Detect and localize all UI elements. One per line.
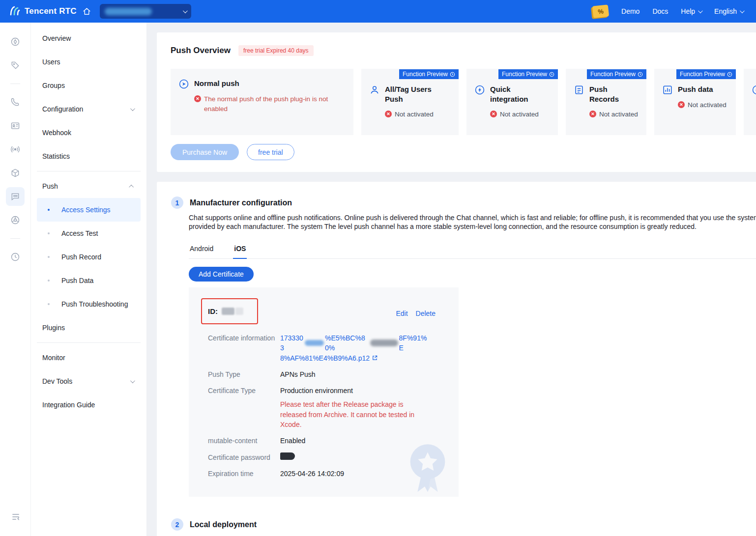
chevron-down-icon — [130, 106, 135, 111]
clock-badge-icon — [450, 72, 455, 77]
panel-status: Not activated — [500, 110, 539, 119]
tag-icon[interactable] — [6, 56, 25, 75]
sidebar-nav: Overview Users Groups Configuration Webh… — [31, 23, 147, 536]
rail-divider — [10, 84, 20, 84]
delete-link[interactable]: Delete — [416, 310, 436, 317]
xcode-warning-text: Please test after the Release package is… — [280, 399, 423, 429]
push-type-row: Push Type APNs Push — [201, 369, 447, 379]
sidebar-item-users[interactable]: Users — [31, 50, 146, 74]
dashboard-icon[interactable] — [6, 32, 25, 51]
bar-chart-icon — [662, 85, 673, 95]
coupon-icon[interactable]: % — [592, 4, 609, 18]
function-preview-ribbon[interactable]: Function Preview — [587, 69, 646, 79]
user-icon — [369, 85, 380, 95]
bullet-dot — [48, 232, 50, 234]
brand-title: Tencent RTC — [25, 6, 77, 16]
id-card-icon[interactable] — [6, 116, 25, 135]
external-link-icon[interactable] — [372, 355, 378, 361]
app-selector-dropdown[interactable] — [100, 4, 191, 19]
certificate-id-redacted — [235, 308, 243, 315]
clock-badge-icon — [549, 72, 554, 77]
sidebar-item-dev-tools[interactable]: Dev Tools — [31, 369, 146, 393]
purchase-now-button[interactable]: Purchase Now — [171, 144, 239, 160]
certificate-id-redacted — [222, 308, 234, 315]
sidebar-item-groups[interactable]: Groups — [31, 74, 146, 97]
chevron-down-icon — [698, 8, 703, 13]
platform-tabs: Android iOS — [189, 240, 756, 259]
function-preview-ribbon[interactable]: Function Preview — [498, 69, 558, 79]
nav-language[interactable]: English — [714, 7, 743, 15]
panel-status: Not activated — [688, 100, 727, 110]
wheel-icon[interactable] — [6, 211, 25, 229]
overview-panels: Normal push ✕ The normal push of the pus… — [171, 69, 756, 135]
panel-title: Normal push — [194, 79, 239, 89]
bullet-dot — [48, 280, 50, 282]
step-2-title: Local deployment — [190, 520, 257, 529]
sidebar-item-access-settings[interactable]: Access Settings — [37, 198, 141, 222]
rail-divider — [10, 238, 20, 239]
sidebar-item-push-record[interactable]: Push Record — [37, 245, 141, 269]
lightning-circle-icon — [474, 85, 485, 95]
sidebar-divider — [37, 342, 141, 343]
function-preview-ribbon[interactable]: Function Preview — [399, 69, 459, 79]
clock-badge-icon — [727, 72, 732, 77]
normal-push-panel: Normal push ✕ The normal push of the pus… — [171, 69, 353, 135]
error-icon: ✕ — [385, 111, 392, 117]
push-records-panel: Function Preview Push Records ✕ Not acti… — [566, 69, 646, 135]
certificate-panel: ID: Edit Delete Certificate information … — [189, 287, 459, 497]
edit-link[interactable]: Edit — [396, 310, 407, 317]
bullet-dot — [48, 256, 50, 258]
sidebar-item-monitor[interactable]: Monitor — [31, 346, 146, 369]
bullet-dot — [48, 209, 50, 211]
sidebar-item-push[interactable]: Push — [31, 174, 146, 198]
sidebar-item-access-test[interactable]: Access Test — [37, 222, 141, 245]
cube-icon[interactable] — [6, 164, 25, 182]
panel-title: Push data — [678, 85, 713, 95]
sidebar-item-overview[interactable]: Overview — [31, 27, 146, 50]
expiration-time-row: Expiration time 2025-04-26 14:02:09 — [201, 469, 447, 479]
error-icon: ✕ — [678, 101, 685, 108]
panel-title: Quick integration — [490, 85, 550, 105]
nav-docs[interactable]: Docs — [652, 7, 668, 15]
sidebar-item-statistics[interactable]: Statistics — [31, 144, 146, 168]
panel-title: All/Tag Users Push — [385, 85, 451, 105]
tencent-rtc-logo — [8, 5, 21, 18]
collapse-menu-icon[interactable] — [6, 508, 25, 526]
page-title: Push Overview — [171, 46, 231, 56]
tab-ios[interactable]: iOS — [233, 240, 247, 259]
certificate-id-highlight-box: ID: — [201, 298, 258, 324]
add-certificate-button[interactable]: Add Certificate — [189, 267, 254, 282]
sidebar-item-push-troubleshooting[interactable]: Push Troubleshooting — [37, 292, 141, 316]
tab-android[interactable]: Android — [189, 240, 214, 258]
redacted-blob — [370, 339, 398, 346]
quick-integration-panel: Function Preview Quick integration ✕ Not… — [466, 69, 558, 135]
sidebar-item-configuration[interactable]: Configuration — [31, 97, 146, 121]
chat-icon[interactable] — [6, 187, 25, 206]
live-icon[interactable] — [6, 140, 25, 159]
nav-demo[interactable]: Demo — [621, 7, 640, 15]
sidebar-item-integration-guide[interactable]: Integration Guide — [31, 393, 146, 417]
app-name-redacted — [105, 8, 152, 15]
certificate-file-link[interactable]: 1733303 %E5%BC%80% 8F%91%E 8%AF%81%E4%B9… — [280, 333, 428, 363]
call-icon[interactable] — [6, 93, 25, 112]
clock-icon[interactable] — [6, 248, 25, 266]
push-overview-card: Push Overview free trial Expired 40 days… — [157, 32, 756, 172]
chevron-down-icon — [740, 8, 745, 13]
sidebar-item-webhook[interactable]: Webhook — [31, 121, 146, 144]
sidebar-item-push-data[interactable]: Push Data — [37, 269, 141, 292]
nav-help[interactable]: Help — [681, 7, 701, 15]
document-icon — [574, 85, 584, 95]
all-tag-users-push-panel: Function Preview All/Tag Users Push ✕ No… — [361, 69, 459, 135]
bullet-dot — [48, 303, 50, 305]
trial-expired-badge: free trial Expired 40 days — [238, 45, 314, 56]
panel-status: Not activated — [599, 110, 638, 119]
step-1-number: 1 — [171, 197, 183, 209]
home-icon[interactable] — [83, 7, 91, 16]
function-preview-ribbon[interactable]: Function Preview — [676, 69, 736, 79]
free-trial-button[interactable]: free trial — [247, 144, 294, 160]
step-2-number: 2 — [171, 518, 183, 531]
send-circle-icon — [178, 79, 189, 89]
cutoff-panel: Function Preview — [744, 69, 756, 135]
error-icon: ✕ — [589, 111, 596, 117]
sidebar-item-plugins[interactable]: Plugins — [31, 316, 146, 339]
